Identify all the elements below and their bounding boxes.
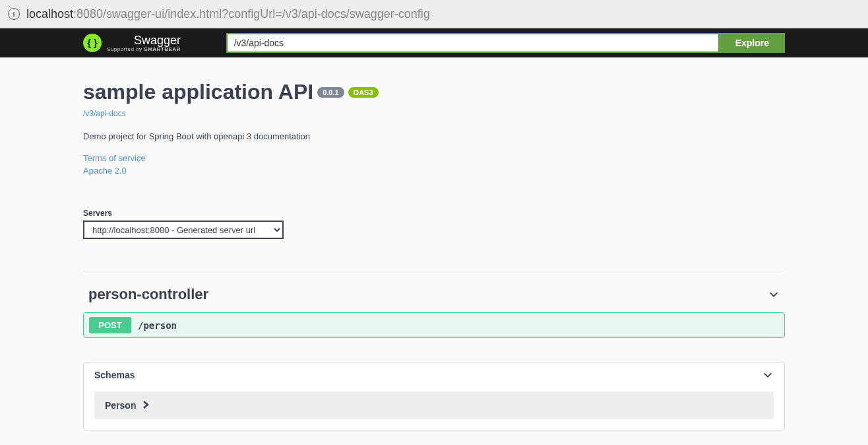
swagger-logo[interactable]: { } Swagger Supported by SMARTBEAR: [83, 34, 181, 52]
operation-post-person[interactable]: POST /person: [83, 312, 785, 338]
schema-name: Person: [105, 400, 136, 411]
terms-of-service-link[interactable]: Terms of service: [83, 153, 785, 163]
info-icon[interactable]: i: [8, 8, 20, 20]
browser-address-bar: i localhost:8080/swagger-ui/index.html?c…: [0, 0, 868, 28]
servers-block: Servers http://localhost:8080 - Generate…: [83, 209, 785, 239]
api-title: sample application API: [83, 80, 313, 104]
url-display[interactable]: localhost:8080/swagger-ui/index.html?con…: [26, 7, 430, 21]
explore-button[interactable]: Explore: [720, 33, 785, 53]
swagger-topbar: { } Swagger Supported by SMARTBEAR Explo…: [0, 28, 868, 57]
version-badge: 0.0.1: [317, 87, 344, 98]
api-title-row: sample application API 0.0.1 OAS3: [83, 80, 785, 104]
oas-badge: OAS3: [348, 87, 379, 98]
api-docs-link[interactable]: /v3/api-docs: [83, 109, 126, 118]
api-description: Demo project for Spring Boot with openap…: [83, 131, 785, 141]
schemas-header[interactable]: Schemas: [84, 362, 784, 386]
chevron-right-icon: [142, 399, 149, 411]
spec-url-input[interactable]: [226, 33, 720, 53]
explore-form: Explore: [226, 33, 785, 53]
schema-item-person[interactable]: Person: [94, 392, 774, 419]
servers-select[interactable]: http://localhost:8080 - Generated server…: [83, 221, 284, 239]
tag-label: person-controller: [88, 286, 208, 303]
swagger-logo-icon: { }: [83, 34, 102, 52]
chevron-down-icon: [768, 289, 780, 300]
operation-path: /person: [138, 320, 177, 331]
brand-sublabel: Supported by SMARTBEAR: [107, 46, 181, 52]
http-method-badge: POST: [89, 317, 131, 333]
license-link[interactable]: Apache 2.0: [83, 166, 785, 176]
schemas-section: Schemas Person: [83, 362, 785, 430]
servers-label: Servers: [83, 209, 785, 218]
chevron-down-icon: [762, 369, 774, 381]
schemas-title: Schemas: [94, 370, 135, 380]
tag-person-controller[interactable]: person-controller: [83, 283, 785, 312]
brand-label: Swagger: [134, 34, 181, 48]
